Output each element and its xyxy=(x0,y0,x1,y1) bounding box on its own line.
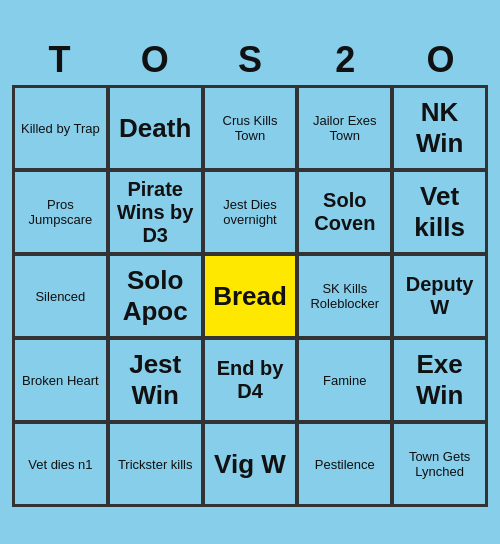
bingo-cell-18: Famine xyxy=(298,339,391,421)
bingo-cell-15: Broken Heart xyxy=(14,339,107,421)
cell-text-3: Jailor Exes Town xyxy=(303,113,386,143)
bingo-cell-6: Pirate Wins by D3 xyxy=(109,171,202,253)
bingo-board: TOS2O Killed by TrapDeathCrus Kills Town… xyxy=(4,29,496,515)
cell-text-22: Vig W xyxy=(214,449,286,480)
bingo-cell-13: SK Kills Roleblocker xyxy=(298,255,391,337)
cell-text-1: Death xyxy=(119,113,191,144)
bingo-cell-14: Deputy W xyxy=(393,255,486,337)
cell-text-11: Solo Apoc xyxy=(114,265,197,327)
cell-text-13: SK Kills Roleblocker xyxy=(303,281,386,311)
header-letter-4: O xyxy=(393,37,488,83)
cell-text-0: Killed by Trap xyxy=(21,121,100,136)
bingo-cell-21: Trickster kills xyxy=(109,423,202,505)
bingo-cell-11: Solo Apoc xyxy=(109,255,202,337)
bingo-cell-5: Pros Jumpscare xyxy=(14,171,107,253)
bingo-cell-9: Vet kills xyxy=(393,171,486,253)
bingo-cell-3: Jailor Exes Town xyxy=(298,87,391,169)
bingo-cell-20: Vet dies n1 xyxy=(14,423,107,505)
header-letter-0: T xyxy=(12,37,107,83)
bingo-cell-19: Exe Win xyxy=(393,339,486,421)
bingo-cell-1: Death xyxy=(109,87,202,169)
bingo-cell-10: Silenced xyxy=(14,255,107,337)
cell-text-18: Famine xyxy=(323,373,366,388)
cell-text-16: Jest Win xyxy=(114,349,197,411)
cell-text-6: Pirate Wins by D3 xyxy=(114,178,197,247)
bingo-cell-24: Town Gets Lynched xyxy=(393,423,486,505)
cell-text-8: Solo Coven xyxy=(303,189,386,235)
bingo-cell-22: Vig W xyxy=(204,423,297,505)
header-letter-3: 2 xyxy=(298,37,393,83)
cell-text-10: Silenced xyxy=(35,289,85,304)
bingo-cell-12: Bread xyxy=(204,255,297,337)
cell-text-23: Pestilence xyxy=(315,457,375,472)
bingo-cell-7: Jest Dies overnight xyxy=(204,171,297,253)
bingo-cell-17: End by D4 xyxy=(204,339,297,421)
bingo-cell-0: Killed by Trap xyxy=(14,87,107,169)
bingo-cell-8: Solo Coven xyxy=(298,171,391,253)
cell-text-7: Jest Dies overnight xyxy=(209,197,292,227)
bingo-cell-2: Crus Kills Town xyxy=(204,87,297,169)
header-letter-1: O xyxy=(107,37,202,83)
cell-text-19: Exe Win xyxy=(398,349,481,411)
bingo-cell-16: Jest Win xyxy=(109,339,202,421)
bingo-header: TOS2O xyxy=(12,37,488,83)
cell-text-5: Pros Jumpscare xyxy=(19,197,102,227)
cell-text-17: End by D4 xyxy=(209,357,292,403)
header-letter-2: S xyxy=(202,37,297,83)
cell-text-12: Bread xyxy=(213,281,287,312)
bingo-cell-4: NK Win xyxy=(393,87,486,169)
cell-text-24: Town Gets Lynched xyxy=(398,449,481,479)
cell-text-4: NK Win xyxy=(398,97,481,159)
cell-text-9: Vet kills xyxy=(398,181,481,243)
cell-text-14: Deputy W xyxy=(398,273,481,319)
cell-text-2: Crus Kills Town xyxy=(209,113,292,143)
bingo-cell-23: Pestilence xyxy=(298,423,391,505)
cell-text-15: Broken Heart xyxy=(22,373,99,388)
cell-text-21: Trickster kills xyxy=(118,457,193,472)
bingo-grid: Killed by TrapDeathCrus Kills TownJailor… xyxy=(12,85,488,507)
cell-text-20: Vet dies n1 xyxy=(28,457,92,472)
